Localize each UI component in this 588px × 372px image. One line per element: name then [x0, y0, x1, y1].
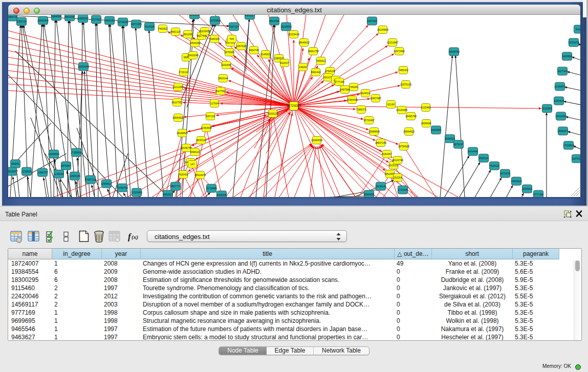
- svg-text:546: 546: [230, 37, 234, 40]
- svg-text:16914479: 16914479: [194, 173, 206, 177]
- svg-text:15720407: 15720407: [363, 119, 375, 122]
- svg-text:2055724: 2055724: [16, 20, 27, 23]
- svg-text:1858724: 1858724: [8, 15, 17, 18]
- svg-text:16033809: 16033809: [209, 19, 221, 22]
- svg-text:17016504: 17016504: [563, 144, 574, 147]
- svg-text:391594: 391594: [8, 170, 16, 173]
- svg-text:10807487: 10807487: [370, 97, 381, 100]
- svg-text:16648784: 16648784: [448, 50, 460, 53]
- svg-text:11325419: 11325419: [288, 33, 299, 36]
- svg-text:8427552: 8427552: [215, 90, 226, 93]
- svg-text:15716485: 15716485: [206, 187, 217, 190]
- svg-text:9227342: 9227342: [557, 70, 568, 73]
- svg-text:9857771: 9857771: [170, 185, 181, 188]
- svg-text:16107552: 16107552: [171, 101, 183, 104]
- svg-text:1145194: 1145194: [54, 172, 63, 176]
- svg-text:19756928: 19756928: [398, 145, 409, 148]
- svg-text:6879197: 6879197: [453, 143, 464, 146]
- svg-text:9463627: 9463627: [163, 193, 173, 196]
- svg-text:2935114: 2935114: [478, 157, 488, 160]
- svg-text:19384554: 19384554: [311, 139, 322, 142]
- svg-text:8878334: 8878334: [196, 139, 206, 142]
- svg-text:1733426: 1733426: [398, 188, 408, 191]
- svg-text:2718120: 2718120: [179, 71, 189, 74]
- svg-text:8813054: 8813054: [269, 19, 279, 23]
- svg-text:8990443: 8990443: [311, 71, 321, 74]
- svg-text:12213967: 12213967: [387, 41, 398, 44]
- svg-text:10719155: 10719155: [117, 20, 128, 24]
- svg-text:746266: 746266: [350, 85, 358, 89]
- svg-text:20206526: 20206526: [48, 152, 59, 156]
- svg-text:7632621: 7632621: [489, 164, 499, 167]
- svg-text:3267110: 3267110: [205, 115, 215, 118]
- svg-text:7485003: 7485003: [398, 69, 408, 72]
- svg-text:9245652: 9245652: [522, 187, 532, 190]
- svg-text:10973493: 10973493: [394, 50, 405, 53]
- svg-text:15692971: 15692971: [557, 129, 569, 133]
- svg-text:11121: 11121: [575, 28, 580, 31]
- svg-text:12975125: 12975125: [400, 83, 411, 86]
- svg-text:8660124: 8660124: [170, 30, 181, 33]
- svg-text:3498222: 3498222: [190, 150, 200, 154]
- svg-text:2367608: 2367608: [236, 45, 246, 48]
- svg-text:19218506: 19218506: [280, 25, 292, 28]
- svg-text:4569117: 4569117: [245, 15, 254, 17]
- svg-text:25300233: 25300233: [267, 112, 278, 115]
- svg-text:23420046: 23420046: [187, 54, 199, 57]
- svg-text:12213382: 12213382: [172, 85, 184, 89]
- svg-text:17957223: 17957223: [85, 178, 96, 181]
- svg-text:12942757: 12942757: [37, 171, 48, 174]
- svg-text:12323465: 12323465: [131, 191, 142, 194]
- svg-text:16961758: 16961758: [308, 50, 319, 53]
- svg-text:1244415: 1244415: [554, 99, 564, 102]
- svg-text:1156829: 1156829: [21, 170, 31, 173]
- svg-text:8300295: 8300295: [64, 15, 75, 18]
- svg-text:7463822: 7463822: [158, 27, 168, 30]
- svg-text:18640910: 18640910: [298, 41, 310, 44]
- svg-text:15136141: 15136141: [375, 185, 386, 188]
- svg-text:16120746: 16120746: [392, 159, 403, 162]
- svg-text:6466160: 6466160: [104, 19, 115, 22]
- svg-text:10543362: 10543362: [189, 41, 201, 45]
- svg-text:9384554: 9384554: [51, 15, 61, 18]
- svg-text:7386372: 7386372: [356, 108, 366, 111]
- svg-text:10025458: 10025458: [396, 108, 407, 112]
- svg-text:9794028: 9794028: [325, 70, 335, 73]
- svg-text:9465546: 9465546: [216, 193, 227, 196]
- svg-text:16210643: 16210643: [555, 115, 567, 118]
- svg-text:3624514: 3624514: [360, 92, 371, 95]
- svg-text:8471676: 8471676: [500, 172, 510, 175]
- svg-text:3215955: 3215955: [542, 107, 552, 110]
- svg-text:10958117: 10958117: [101, 182, 112, 185]
- svg-text:18724007: 18724007: [286, 104, 301, 107]
- svg-text:12093873: 12093873: [554, 85, 565, 88]
- svg-text:18907249: 18907249: [375, 141, 386, 144]
- svg-text:2803144: 2803144: [218, 77, 228, 80]
- svg-text:7357224: 7357224: [229, 25, 239, 28]
- svg-text:6497568: 6497568: [340, 88, 350, 91]
- svg-text:19166825: 19166825: [177, 132, 188, 135]
- svg-text:19654923: 19654923: [403, 130, 415, 133]
- svg-text:3875685: 3875685: [224, 51, 234, 54]
- svg-text:9115460: 9115460: [421, 106, 430, 109]
- svg-text:15751074: 15751074: [568, 41, 579, 44]
- svg-text:9329966: 9329966: [562, 55, 572, 58]
- svg-text:10654112: 10654112: [511, 180, 522, 183]
- svg-text:9777169: 9777169: [533, 193, 543, 196]
- svg-text:136261: 136261: [299, 65, 308, 69]
- svg-text:9474444: 9474444: [468, 150, 478, 153]
- svg-text:16154808: 16154808: [377, 28, 388, 31]
- svg-text:1527602: 1527602: [91, 18, 101, 21]
- svg-text:16671355: 16671355: [130, 23, 142, 26]
- svg-text:20053346: 20053346: [78, 65, 89, 68]
- svg-text:10655267: 10655267: [77, 17, 89, 20]
- svg-text:1167533: 1167533: [572, 157, 580, 160]
- svg-text:17359934: 17359934: [71, 151, 82, 154]
- svg-text:891295: 891295: [184, 33, 192, 36]
- svg-text:19654925: 19654925: [172, 116, 184, 119]
- svg-text:10046788: 10046788: [181, 146, 192, 149]
- svg-text:117004: 117004: [210, 102, 219, 105]
- svg-text:822037: 822037: [280, 61, 289, 64]
- svg-text:20364436: 20364436: [346, 98, 358, 101]
- svg-text:1640954: 1640954: [431, 128, 441, 132]
